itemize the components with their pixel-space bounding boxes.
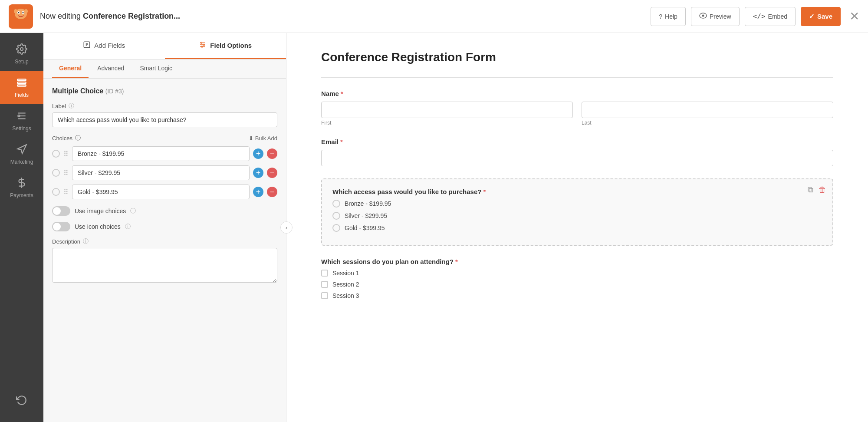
fields-icon bbox=[16, 77, 27, 89]
name-last-col: Last bbox=[582, 102, 833, 126]
radio-option-gold[interactable]: Gold - $399.95 bbox=[332, 224, 822, 232]
bulk-add-button[interactable]: ⬇ Bulk Add bbox=[249, 135, 277, 142]
sidebar-item-payments[interactable]: Payments bbox=[0, 171, 43, 204]
checkbox-s1[interactable] bbox=[321, 270, 328, 277]
drag-handle-1[interactable]: ⠿ bbox=[63, 150, 69, 158]
description-label: Description ⓘ bbox=[52, 237, 277, 245]
sidebar-item-marketing[interactable]: Marketing bbox=[0, 138, 43, 171]
preview-icon bbox=[699, 13, 707, 20]
preview-name-field: Name* First Last bbox=[321, 90, 833, 126]
name-row: First Last bbox=[321, 102, 833, 126]
choice-add-3[interactable]: + bbox=[253, 187, 263, 197]
bulk-add-icon: ⬇ bbox=[249, 135, 253, 142]
preview-access-label: Which access pass would you like to purc… bbox=[332, 188, 822, 195]
choice-remove-1[interactable]: − bbox=[267, 148, 277, 159]
radio-option-bronze[interactable]: Bronze - $199.95 bbox=[332, 200, 822, 208]
description-group: Description ⓘ bbox=[52, 237, 277, 284]
name-first-sublabel: First bbox=[321, 120, 573, 126]
svg-point-9 bbox=[702, 15, 704, 17]
sidebar-fields-label: Fields bbox=[15, 92, 29, 98]
close-button[interactable]: ✕ bbox=[849, 9, 859, 23]
name-first-input[interactable] bbox=[321, 102, 573, 118]
choice-remove-3[interactable]: − bbox=[267, 187, 277, 197]
svg-point-7 bbox=[24, 9, 28, 13]
label-input[interactable] bbox=[52, 112, 277, 127]
choices-label: Choices ⓘ bbox=[52, 134, 81, 142]
subtab-general[interactable]: General bbox=[52, 59, 89, 78]
tab-add-fields[interactable]: Add Fields bbox=[43, 33, 165, 59]
form-preview: Conference Registration Form Name* First… bbox=[286, 33, 868, 422]
subtab-smart-logic[interactable]: Smart Logic bbox=[133, 59, 179, 78]
embed-button[interactable]: </> Embed bbox=[745, 7, 796, 26]
choice-row-3: ⠿ + − bbox=[52, 185, 277, 199]
collapse-icon: ‹ bbox=[286, 224, 287, 231]
description-textarea[interactable] bbox=[52, 248, 277, 283]
icon-choices-toggle[interactable] bbox=[52, 222, 70, 231]
drag-handle-2[interactable]: ⠿ bbox=[63, 169, 69, 177]
checkbox-s2[interactable] bbox=[321, 281, 328, 288]
radio-option-silver[interactable]: Silver - $299.95 bbox=[332, 212, 822, 220]
choices-help-icon[interactable]: ⓘ bbox=[75, 134, 81, 142]
field-options-icon bbox=[199, 41, 207, 50]
choices-group: Choices ⓘ ⬇ Bulk Add ⠿ + bbox=[52, 134, 277, 199]
choice-radio-2[interactable] bbox=[52, 169, 60, 177]
choice-input-1[interactable] bbox=[72, 146, 250, 161]
preview-access-pass-field[interactable]: ⧉ 🗑 Which access pass would you like to … bbox=[321, 178, 833, 246]
choice-radio-3[interactable] bbox=[52, 188, 60, 196]
sidebar-item-settings[interactable]: Settings bbox=[0, 104, 43, 138]
icon-choices-toggle-row: Use icon choices ⓘ bbox=[52, 222, 277, 231]
choice-input-3[interactable] bbox=[72, 185, 250, 199]
name-last-sublabel: Last bbox=[582, 120, 833, 126]
sidebar-payments-label: Payments bbox=[10, 192, 33, 198]
icon-choices-help-icon[interactable]: ⓘ bbox=[125, 223, 131, 231]
checkbox-session-2[interactable]: Session 2 bbox=[321, 281, 833, 288]
label-group: Label ⓘ bbox=[52, 102, 277, 127]
panel-tabs: Add Fields Field Options bbox=[43, 33, 286, 59]
top-bar-right: ? Help Preview </> Embed ✓ Save ✕ bbox=[651, 7, 859, 26]
choices-header: Choices ⓘ ⬇ Bulk Add bbox=[52, 134, 277, 142]
collapse-panel-button[interactable]: ‹ bbox=[280, 221, 293, 234]
choice-radio-1[interactable] bbox=[52, 150, 60, 158]
top-bar-left: Now editing Conference Registration... bbox=[9, 4, 180, 29]
middle-panel: Add Fields Field Options General Advance… bbox=[43, 33, 286, 422]
description-help-icon[interactable]: ⓘ bbox=[83, 237, 89, 245]
name-first-col: First bbox=[321, 102, 573, 126]
choice-add-1[interactable]: + bbox=[253, 148, 263, 159]
subtab-advanced[interactable]: Advanced bbox=[90, 59, 131, 78]
radio-bronze[interactable] bbox=[332, 200, 340, 208]
choice-remove-2[interactable]: − bbox=[267, 168, 277, 178]
settings-icon bbox=[16, 110, 27, 123]
field-delete-button[interactable]: 🗑 bbox=[818, 185, 827, 195]
name-last-input[interactable] bbox=[582, 102, 833, 118]
sidebar-item-history[interactable] bbox=[16, 389, 27, 413]
tab-field-options[interactable]: Field Options bbox=[165, 33, 286, 59]
checkbox-session-1[interactable]: Session 1 bbox=[321, 270, 833, 277]
sidebar-settings-label: Settings bbox=[12, 125, 31, 132]
svg-point-26 bbox=[201, 42, 202, 43]
field-copy-button[interactable]: ⧉ bbox=[807, 185, 814, 195]
radio-gold[interactable] bbox=[332, 224, 340, 232]
svg-point-28 bbox=[201, 46, 203, 47]
radio-bronze-label: Bronze - $199.95 bbox=[345, 200, 391, 207]
save-button[interactable]: ✓ Save bbox=[801, 7, 841, 26]
radio-silver[interactable] bbox=[332, 212, 340, 220]
sidebar-setup-label: Setup bbox=[15, 59, 28, 65]
preview-button[interactable]: Preview bbox=[691, 7, 740, 26]
session-3-label: Session 3 bbox=[332, 292, 359, 299]
help-icon: ? bbox=[659, 13, 662, 20]
email-input[interactable] bbox=[321, 150, 833, 166]
choice-add-2[interactable]: + bbox=[253, 168, 263, 178]
checkbox-s3[interactable] bbox=[321, 292, 328, 299]
label-help-icon[interactable]: ⓘ bbox=[69, 102, 74, 110]
sidebar-item-fields[interactable]: Fields bbox=[0, 71, 43, 104]
image-choices-help-icon[interactable]: ⓘ bbox=[130, 207, 136, 215]
marketing-icon bbox=[16, 144, 27, 156]
help-button[interactable]: ? Help bbox=[651, 7, 686, 26]
svg-point-5 bbox=[23, 12, 24, 13]
sidebar-item-setup[interactable]: Setup bbox=[0, 37, 43, 71]
choice-input-2[interactable] bbox=[72, 165, 250, 180]
choice-row-2: ⠿ + − bbox=[52, 165, 277, 180]
checkbox-session-3[interactable]: Session 3 bbox=[321, 292, 833, 299]
image-choices-toggle[interactable] bbox=[52, 206, 70, 216]
drag-handle-3[interactable]: ⠿ bbox=[63, 188, 69, 196]
